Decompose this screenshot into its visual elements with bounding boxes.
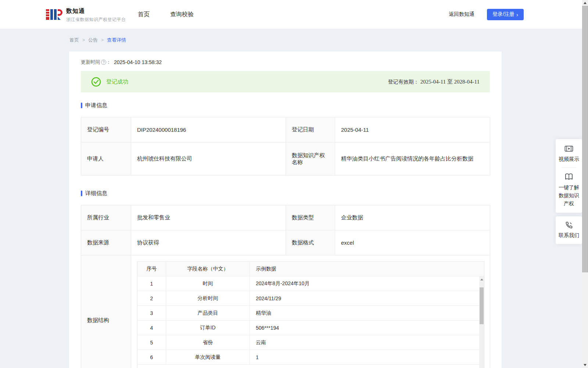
sample-data: 2024/11/29 <box>250 291 484 305</box>
field-name: 单次阅读量 <box>166 350 250 364</box>
field-value: excel <box>335 230 490 255</box>
video-icon <box>557 144 581 153</box>
field-name: 分析时间 <box>166 291 250 305</box>
table-row: 登记编号 DIP2024000018196 登记日期 2025-04-11 <box>81 117 490 142</box>
field-value: 企业数据 <box>335 205 490 230</box>
column-header: 字段名称（中文） <box>166 262 250 276</box>
field-label: 数据来源 <box>81 230 131 255</box>
phone-icon <box>557 221 581 230</box>
back-to-shuzhitong-link[interactable]: 返回数知通 <box>449 11 474 18</box>
guide-label-line: 数据知识 <box>557 191 581 199</box>
update-time-colon: ： <box>106 59 111 66</box>
structure-row: 1 时间 2024年8月-2024年10月 <box>137 276 484 291</box>
section-accent-bar <box>81 103 82 108</box>
structure-row: 5 省份 云南 <box>137 335 484 350</box>
contact-us-label: 联系我们 <box>557 231 581 239</box>
field-label: 数据格式 <box>286 230 335 255</box>
row-index: 1 <box>137 276 166 291</box>
breadcrumb-separator: > <box>82 38 85 43</box>
section-title-application: 申请信息 <box>81 102 490 109</box>
one-click-guide-button[interactable]: 一键了解 数据知识 产权 <box>557 172 581 208</box>
section-title-text: 详细信息 <box>85 190 107 197</box>
field-name: 订单ID <box>166 321 250 335</box>
breadcrumb-separator: > <box>101 38 104 43</box>
scroll-up-arrow-icon[interactable] <box>480 279 483 280</box>
breadcrumb: 首页 > 公告 > 查看详情 <box>69 37 126 43</box>
help-icon[interactable]: ? <box>101 60 106 65</box>
sample-data: 云南 <box>250 335 484 350</box>
main-nav: 首页 查询校验 <box>138 0 194 29</box>
field-name: 省份 <box>166 335 250 350</box>
scrollbar-up-arrow-icon[interactable] <box>584 2 587 4</box>
sample-data: 1 <box>250 350 484 364</box>
field-label: 数据结构 <box>81 255 131 368</box>
validity-label: 登记有效期： <box>388 79 419 85</box>
detail-info-table: 所属行业 批发和零售业 数据类型 企业数据 数据来源 协议获得 数据格式 exc… <box>81 205 490 368</box>
nav-item-home[interactable]: 首页 <box>138 11 150 18</box>
field-value: 杭州琥仕科技有限公司 <box>131 142 286 176</box>
breadcrumb-announcements[interactable]: 公告 <box>88 37 98 43</box>
structure-row: 3 产品类目 精华油 <box>137 306 484 321</box>
field-label: 申请人 <box>81 142 131 176</box>
structure-row: 4 订单ID 506***194 <box>137 321 484 335</box>
field-label: 数据知识产权名称 <box>286 142 335 176</box>
application-info-table: 登记编号 DIP2024000018196 登记日期 2025-04-11 申请… <box>81 117 490 176</box>
check-circle-icon <box>91 77 101 87</box>
field-name: 时间 <box>166 276 250 291</box>
section-title-text: 申请信息 <box>85 102 107 109</box>
chevron-right-icon: › <box>516 12 518 17</box>
status-text: 登记成功 <box>106 78 128 85</box>
column-header: 序号 <box>137 262 166 276</box>
row-index: 5 <box>137 335 166 350</box>
structure-header-row: 序号 字段名称（中文） 示例数据 <box>137 262 484 276</box>
sample-data: 2024年8月-2024年10月 <box>250 276 484 291</box>
nav-item-query-check[interactable]: 查询校验 <box>170 11 194 18</box>
field-label: 所属行业 <box>81 205 131 230</box>
login-register-label: 登录/注册 <box>492 11 514 18</box>
field-value: 批发和零售业 <box>131 205 286 230</box>
detail-card: 更新时间 ? ： 2025-04-10 13:58:32 登记成功 登记有效期：… <box>69 52 502 368</box>
update-time-value: 2025-04-10 13:58:32 <box>114 59 162 65</box>
structure-row: 2 分析时间 2024/11/29 <box>137 291 484 306</box>
breadcrumb-home[interactable]: 首页 <box>69 37 79 43</box>
side-widget-panel: 联系我们 <box>556 216 582 244</box>
login-register-button[interactable]: 登录/注册 › <box>487 9 524 20</box>
sample-data: 506***194 <box>250 321 484 335</box>
structure-row: 6 单次阅读量 1 <box>137 350 484 365</box>
brand-name: 数知通 <box>66 7 126 15</box>
table-row: 申请人 杭州琥仕科技有限公司 数据知识产权名称 精华油类目小红书广告阅读情况的各… <box>81 142 490 176</box>
page-scrollbar[interactable] <box>582 0 588 368</box>
top-bar: 数知通 浙江省数据知识产权登记平台 首页 查询校验 返回数知通 登录/注册 › <box>0 0 588 29</box>
column-header: 示例数据 <box>250 262 484 276</box>
breadcrumb-current: 查看详情 <box>107 37 126 43</box>
scrollbar-down-arrow-icon[interactable] <box>584 364 587 366</box>
data-structure-table: 序号 字段名称（中文） 示例数据 1 时间 2024年8月-2024年10月 2… <box>137 261 484 368</box>
section-title-details: 详细信息 <box>81 190 490 197</box>
field-value: 2025-04-11 <box>335 117 490 142</box>
inner-scrollbar-thumb[interactable] <box>480 287 484 324</box>
field-name: 产品类目 <box>166 306 250 320</box>
inner-table-scrollbar[interactable] <box>479 276 484 368</box>
field-value: 精华油类目小红书广告阅读情况的各年龄占比分析数据 <box>335 142 490 176</box>
row-index: 4 <box>137 321 166 335</box>
side-widget-panel: 视频展示 一键了解 数据知识 产权 <box>556 139 582 213</box>
row-index: 2 <box>137 291 166 305</box>
row-index: 3 <box>137 306 166 320</box>
brand-subtitle: 浙江省数据知识产权登记平台 <box>66 17 126 23</box>
field-label: 登记编号 <box>81 117 131 142</box>
field-label: 登记日期 <box>286 117 335 142</box>
scrollbar-thumb[interactable] <box>582 6 588 272</box>
video-demo-label: 视频展示 <box>557 155 581 163</box>
sample-data: 精华油 <box>250 306 484 320</box>
contact-us-button[interactable]: 联系我们 <box>557 221 581 239</box>
table-row: 所属行业 批发和零售业 数据类型 企业数据 <box>81 205 490 230</box>
field-value: 协议获得 <box>131 230 286 255</box>
table-row-data-structure: 数据结构 序号 字段名称（中文） 示例数据 1 时间 2024年8月-2024年… <box>81 255 490 368</box>
book-icon <box>557 172 581 182</box>
section-accent-bar <box>81 191 82 196</box>
guide-label-line: 一键了解 <box>557 183 581 191</box>
validity-value: 2025-04-11 至 2028-04-11 <box>420 79 480 85</box>
video-demo-button[interactable]: 视频展示 <box>557 144 581 163</box>
field-label: 数据类型 <box>286 205 335 230</box>
divider <box>562 167 576 168</box>
